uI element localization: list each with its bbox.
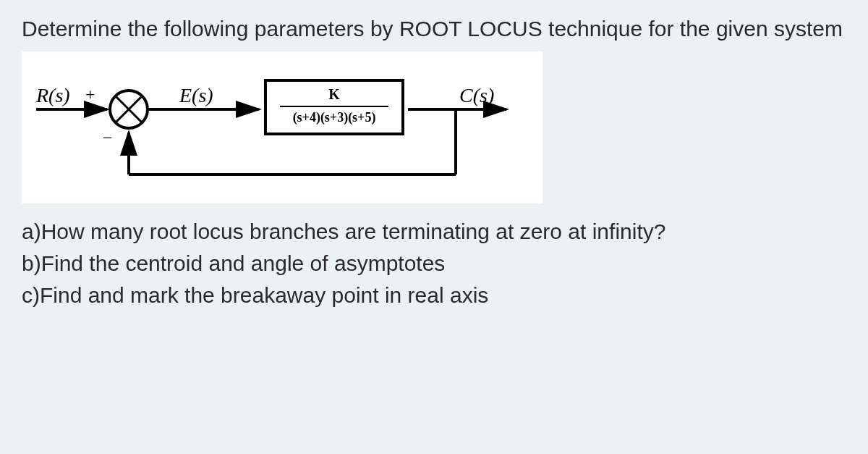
block-diagram: R(s) + − (22, 51, 542, 203)
question-c: c)Find and mark the breakaway point in r… (22, 280, 846, 311)
tf-denominator: (s+4)(s+3)(s+5) (280, 110, 388, 125)
question-b: b)Find the centroid and angle of asympto… (22, 248, 846, 279)
tf-fraction-bar (280, 106, 388, 107)
question-list: a)How many root locus branches are termi… (22, 217, 846, 311)
summing-minus-label: − (103, 128, 113, 148)
problem-page: Determine the following parameters by RO… (0, 0, 868, 327)
problem-prompt: Determine the following parameters by RO… (22, 14, 846, 44)
output-signal-label: C(s) (459, 84, 494, 107)
error-signal-label: E(s) (179, 84, 213, 107)
tf-numerator: K (280, 86, 388, 106)
question-a: a)How many root locus branches are termi… (22, 217, 846, 247)
transfer-function-block: K (s+4)(s+3)(s+5) (264, 79, 404, 135)
